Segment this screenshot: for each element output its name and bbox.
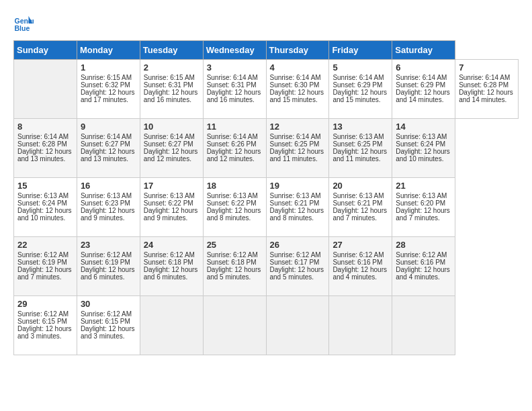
sunrise-text: Sunrise: 6:13 AM [332,192,388,199]
week-row-4: 22Sunrise: 6:12 AMSunset: 6:19 PMDayligh… [14,237,519,296]
daylight-label: Daylight: 12 hours and 13 minutes. [81,148,136,163]
day-number: 17 [144,181,200,191]
sunset-text: Sunset: 6:20 PM [396,199,451,207]
calendar-cell: 5Sunrise: 6:14 AMSunset: 6:29 PMDaylight… [329,60,392,119]
daylight-label: Daylight: 12 hours and 12 minutes. [207,148,263,163]
daylight-label: Daylight: 12 hours and 16 minutes. [144,89,200,103]
daylight-label: Daylight: 12 hours and 8 minutes. [270,207,326,222]
calendar-cell [203,296,266,355]
calendar-cell: 20Sunrise: 6:13 AMSunset: 6:21 PMDayligh… [329,178,392,237]
daylight-label: Daylight: 12 hours and 16 minutes. [207,89,263,103]
sunrise-text: Sunrise: 6:14 AM [459,74,515,81]
sunrise-text: Sunrise: 6:15 AM [144,74,200,81]
calendar-cell: 3Sunrise: 6:14 AMSunset: 6:31 PMDaylight… [203,60,266,119]
sunrise-text: Sunrise: 6:12 AM [144,251,200,259]
daylight-label: Daylight: 12 hours and 5 minutes. [207,266,263,281]
sunset-text: Sunset: 6:26 PM [207,140,263,148]
calendar-cell: 22Sunrise: 6:12 AMSunset: 6:19 PMDayligh… [14,237,77,296]
sunset-text: Sunset: 6:19 PM [81,259,136,266]
sunrise-text: Sunrise: 6:14 AM [207,133,263,140]
day-number: 21 [396,181,451,191]
day-number: 27 [332,240,388,250]
week-row-1: 1Sunrise: 6:15 AMSunset: 6:32 PMDaylight… [14,60,519,119]
day-number: 9 [81,122,136,132]
sunset-text: Sunset: 6:29 PM [396,81,451,89]
calendar-cell: 29Sunrise: 6:12 AMSunset: 6:15 PMDayligh… [14,296,77,355]
day-number: 14 [396,122,451,132]
day-header-monday: Monday [77,41,140,60]
sunrise-text: Sunrise: 6:14 AM [396,74,451,81]
logo: General Blue [13,13,36,34]
daylight-label: Daylight: 12 hours and 15 minutes. [332,89,388,103]
sunset-text: Sunset: 6:32 PM [81,81,136,89]
sunset-text: Sunset: 6:21 PM [332,199,388,207]
sunset-text: Sunset: 6:23 PM [81,199,136,207]
calendar-cell: 18Sunrise: 6:13 AMSunset: 6:22 PMDayligh… [203,178,266,237]
calendar-cell: 8Sunrise: 6:14 AMSunset: 6:28 PMDaylight… [14,119,77,178]
calendar-cell: 10Sunrise: 6:14 AMSunset: 6:27 PMDayligh… [140,119,203,178]
daylight-label: Daylight: 12 hours and 14 minutes. [459,89,515,103]
calendar-body: 1Sunrise: 6:15 AMSunset: 6:32 PMDaylight… [14,60,519,355]
calendar-cell: 16Sunrise: 6:13 AMSunset: 6:23 PMDayligh… [77,178,140,237]
sunrise-text: Sunrise: 6:13 AM [332,133,388,140]
day-number: 4 [270,62,326,73]
day-number: 15 [17,181,73,191]
day-number: 7 [459,62,515,73]
day-number: 10 [144,122,200,132]
day-header-friday: Friday [329,41,392,60]
sunrise-text: Sunrise: 6:12 AM [17,310,73,318]
sunset-text: Sunset: 6:25 PM [332,140,388,148]
week-row-3: 15Sunrise: 6:13 AMSunset: 6:24 PMDayligh… [14,178,519,237]
day-number: 8 [17,122,73,132]
sunset-text: Sunset: 6:15 PM [81,318,136,325]
day-header-thursday: Thursday [266,41,329,60]
sunset-text: Sunset: 6:27 PM [144,140,200,148]
sunrise-text: Sunrise: 6:14 AM [207,74,263,81]
sunrise-text: Sunrise: 6:14 AM [17,133,73,140]
daylight-label: Daylight: 12 hours and 7 minutes. [396,207,451,222]
day-number: 18 [207,181,263,191]
daylight-label: Daylight: 12 hours and 6 minutes. [144,266,200,281]
day-header-wednesday: Wednesday [203,41,266,60]
sunset-text: Sunset: 6:28 PM [459,81,515,89]
sunrise-text: Sunrise: 6:12 AM [332,251,388,259]
sunset-text: Sunset: 6:19 PM [17,259,73,266]
day-number: 3 [207,62,263,73]
sunrise-text: Sunrise: 6:13 AM [144,192,200,199]
day-header-sunday: Sunday [14,41,77,60]
daylight-label: Daylight: 12 hours and 3 minutes. [81,325,136,340]
daylight-label: Daylight: 12 hours and 7 minutes. [332,207,388,222]
daylight-label: Daylight: 12 hours and 9 minutes. [144,207,200,222]
sunset-text: Sunset: 6:24 PM [17,199,73,207]
sunset-text: Sunset: 6:16 PM [396,259,451,266]
day-number: 22 [17,240,73,250]
sunrise-text: Sunrise: 6:14 AM [270,74,326,81]
calendar-cell [392,296,455,355]
calendar-cell: 9Sunrise: 6:14 AMSunset: 6:27 PMDaylight… [77,119,140,178]
page-header: General Blue [13,13,519,34]
sunset-text: Sunset: 6:24 PM [396,140,451,148]
daylight-label: Daylight: 12 hours and 11 minutes. [332,148,388,163]
calendar-cell: 19Sunrise: 6:13 AMSunset: 6:21 PMDayligh… [266,178,329,237]
sunrise-text: Sunrise: 6:14 AM [144,133,200,140]
calendar-cell: 30Sunrise: 6:12 AMSunset: 6:15 PMDayligh… [77,296,140,355]
calendar-cell: 7Sunrise: 6:14 AMSunset: 6:28 PMDaylight… [455,60,519,119]
calendar-cell [329,296,392,355]
calendar-cell: 25Sunrise: 6:12 AMSunset: 6:18 PMDayligh… [203,237,266,296]
sunset-text: Sunset: 6:28 PM [17,140,73,148]
calendar-cell [140,296,203,355]
sunrise-text: Sunrise: 6:12 AM [270,251,326,259]
sunset-text: Sunset: 6:15 PM [17,318,73,325]
daylight-label: Daylight: 12 hours and 14 minutes. [396,89,451,103]
calendar-cell: 28Sunrise: 6:12 AMSunset: 6:16 PMDayligh… [392,237,455,296]
sunrise-text: Sunrise: 6:12 AM [81,310,136,318]
calendar-cell: 23Sunrise: 6:12 AMSunset: 6:19 PMDayligh… [77,237,140,296]
sunrise-text: Sunrise: 6:12 AM [17,251,73,259]
calendar-cell: 4Sunrise: 6:14 AMSunset: 6:30 PMDaylight… [266,60,329,119]
week-row-2: 8Sunrise: 6:14 AMSunset: 6:28 PMDaylight… [14,119,519,178]
day-number: 13 [332,122,388,132]
sunset-text: Sunset: 6:18 PM [207,259,263,266]
sunset-text: Sunset: 6:25 PM [270,140,326,148]
calendar-cell: 24Sunrise: 6:12 AMSunset: 6:18 PMDayligh… [140,237,203,296]
day-number: 6 [396,62,451,73]
